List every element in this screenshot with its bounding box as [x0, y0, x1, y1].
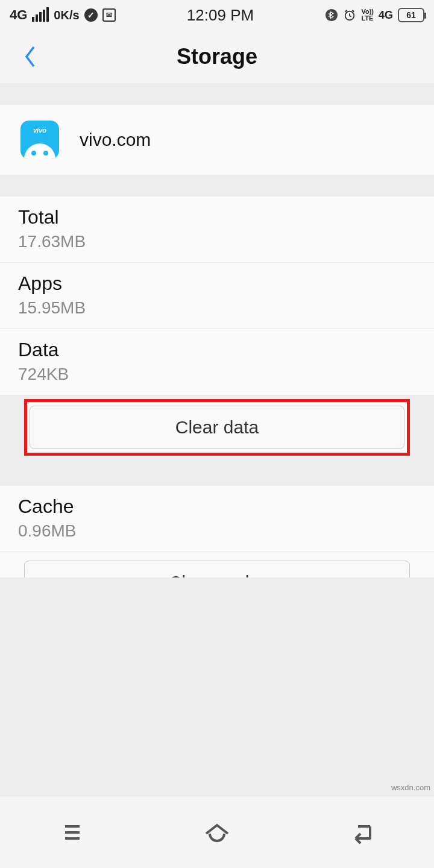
- section-gap: [0, 83, 434, 105]
- menu-icon: [60, 820, 84, 844]
- row-apps: Apps 15.95MB: [0, 263, 434, 329]
- back-nav-button[interactable]: [340, 811, 383, 854]
- app-section: vivo vivo.com: [0, 105, 434, 175]
- status-time: 12:09 PM: [116, 6, 326, 25]
- navigation-bar: [0, 796, 434, 868]
- data-speed: 0K/s: [54, 8, 79, 22]
- header: Storage: [0, 30, 434, 83]
- back-icon: [348, 820, 375, 844]
- section-gap: [0, 464, 434, 486]
- bluetooth-icon: [325, 8, 338, 22]
- storage-list: Total 17.63MB Apps 15.95MB Data 724KB: [0, 197, 434, 395]
- status-bar: 4G 0K/s ✓ ✉ 12:09 PM Vo)) LTE 4G 61: [0, 0, 434, 30]
- clear-data-button[interactable]: Clear data: [30, 406, 404, 449]
- row-data: Data 724KB: [0, 329, 434, 395]
- row-label: Cache: [18, 495, 416, 518]
- watermark: wsxdn.com: [391, 783, 430, 792]
- alarm-icon: [343, 8, 356, 22]
- empty-area: [0, 577, 434, 796]
- battery-icon: 61: [398, 8, 424, 22]
- status-left: 4G 0K/s ✓ ✉: [10, 7, 116, 23]
- dnd-icon: ✓: [84, 8, 98, 22]
- home-button[interactable]: [195, 811, 239, 854]
- row-label: Data: [18, 339, 416, 361]
- home-icon: [203, 820, 231, 844]
- volte-icon: Vo)) LTE: [361, 8, 374, 22]
- row-value: 15.95MB: [18, 298, 416, 318]
- row-value: 724KB: [18, 365, 416, 384]
- row-value: 0.96MB: [18, 521, 416, 541]
- clear-data-highlight: Clear data: [24, 399, 410, 456]
- status-right: Vo)) LTE 4G 61: [325, 8, 424, 22]
- page-title: Storage: [0, 44, 434, 69]
- back-button[interactable]: [18, 42, 42, 71]
- row-label: Apps: [18, 272, 416, 295]
- cache-list: Cache 0.96MB: [0, 486, 434, 552]
- row-total: Total 17.63MB: [0, 197, 434, 263]
- network-4g-icon: 4G: [379, 9, 393, 22]
- row-label: Total: [18, 206, 416, 228]
- app-icon: vivo: [20, 121, 59, 159]
- row-value: 17.63MB: [18, 232, 416, 251]
- signal-icon: [32, 8, 49, 22]
- svg-point-0: [326, 9, 338, 21]
- row-cache: Cache 0.96MB: [0, 486, 434, 552]
- app-brand: vivo: [33, 127, 46, 134]
- network-type: 4G: [10, 7, 27, 23]
- app-row: vivo vivo.com: [0, 105, 434, 175]
- chevron-left-icon: [22, 43, 39, 70]
- section-gap: [0, 175, 434, 197]
- mail-icon: ✉: [102, 8, 116, 22]
- app-name: vivo.com: [80, 130, 151, 150]
- recents-button[interactable]: [51, 811, 94, 854]
